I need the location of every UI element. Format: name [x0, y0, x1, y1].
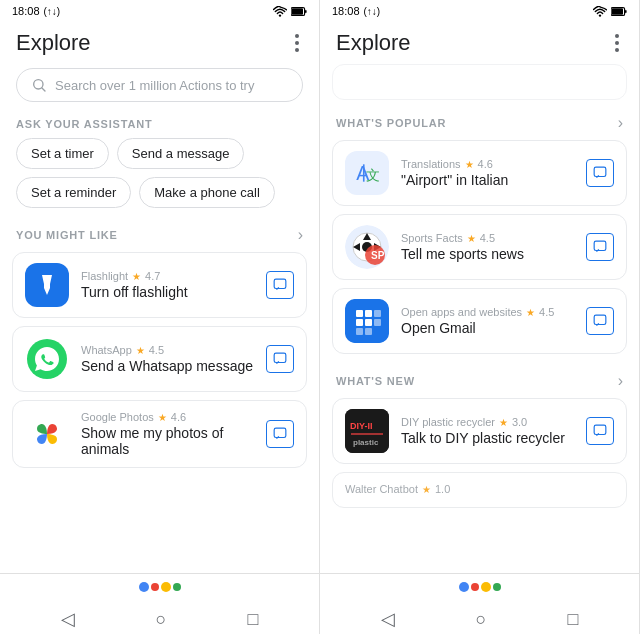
svg-rect-3	[305, 9, 307, 12]
translations-icon: A 文	[345, 151, 389, 195]
google-photos-app-name: Google Photos ★ 4.6	[81, 411, 254, 423]
svg-rect-13	[625, 9, 627, 12]
walter-partial-card[interactable]: Walter Chatbot ★ 1.0	[332, 472, 627, 508]
walter-app-name: Walter Chatbot ★ 1.0	[345, 483, 614, 495]
flashlight-chat-icon[interactable]	[266, 271, 294, 299]
whatsapp-content: WhatsApp ★ 4.5 Send a Whatsapp message	[81, 344, 254, 374]
gmail-content: Open apps and websites ★ 4.5 Open Gmail	[401, 306, 574, 336]
back-button-left[interactable]: ◁	[61, 608, 75, 630]
google-photos-content: Google Photos ★ 4.6 Show me my photos of…	[81, 411, 254, 457]
google-dots-left	[139, 582, 181, 592]
time-right: 18:08	[332, 5, 360, 17]
search-icon-left	[31, 77, 47, 93]
recent-button-left[interactable]: □	[248, 609, 259, 630]
svg-rect-25	[356, 310, 363, 317]
right-scroll-area: WHAT'S POPULAR › A 文 Translations ★ 4.6 …	[320, 104, 639, 573]
battery-icon-left	[291, 6, 307, 17]
nav-bar-right: ◁ ○ □	[320, 602, 639, 634]
flashlight-action: Turn off flashlight	[81, 284, 254, 300]
dot-yellow-left	[161, 582, 171, 592]
svg-rect-6	[274, 279, 286, 288]
dot-green-right	[493, 583, 501, 591]
battery-icon-right	[611, 6, 627, 17]
diy-action: Talk to DIY plastic recycler	[401, 430, 574, 446]
google-photos-chat-icon[interactable]	[266, 420, 294, 448]
dot-blue-left	[139, 582, 149, 592]
whatsapp-app-name: WhatsApp ★ 4.5	[81, 344, 254, 356]
status-right-right	[593, 6, 627, 17]
whats-popular-chevron[interactable]: ›	[618, 114, 623, 132]
signal-left: (↑↓)	[44, 6, 61, 17]
search-bar-left[interactable]: Search over 1 million Actions to try	[16, 68, 303, 102]
svg-rect-32	[365, 328, 372, 335]
flashlight-content: Flashlight ★ 4.7 Turn off flashlight	[81, 270, 254, 300]
diy-card[interactable]: DIY-II plastic DIY plastic recycler ★ 3.…	[332, 398, 627, 464]
phone-call-btn[interactable]: Make a phone call	[139, 177, 275, 208]
translations-card[interactable]: A 文 Translations ★ 4.6 "Airport" in Ital…	[332, 140, 627, 206]
walter-content: Walter Chatbot ★ 1.0	[345, 483, 614, 497]
left-panel: 18:08 (↑↓) Explore	[0, 0, 320, 634]
left-scroll-area: ASK YOUR ASSISTANT Set a timer Send a me…	[0, 114, 319, 573]
header-left: Explore	[0, 22, 319, 64]
status-left: 18:08 (↑↓)	[12, 5, 60, 17]
sports-app-name: Sports Facts ★ 4.5	[401, 232, 574, 244]
you-might-like-chevron[interactable]: ›	[298, 226, 303, 244]
whatsapp-icon	[25, 337, 69, 381]
gmail-card[interactable]: Open apps and websites ★ 4.5 Open Gmail	[332, 288, 627, 354]
google-dots-right	[459, 582, 501, 592]
sports-chat-icon[interactable]	[586, 233, 614, 261]
status-right-left	[273, 6, 307, 17]
svg-text:DIY-II: DIY-II	[350, 421, 373, 431]
send-message-btn[interactable]: Send a message	[117, 138, 245, 169]
svg-rect-9	[274, 428, 286, 437]
translations-chat-icon[interactable]	[586, 159, 614, 187]
sports-content: Sports Facts ★ 4.5 Tell me sports news	[401, 232, 574, 262]
dot-blue-right	[459, 582, 469, 592]
ask-section-label: ASK YOUR ASSISTANT	[0, 114, 319, 138]
flashlight-card[interactable]: Flashlight ★ 4.7 Turn off flashlight	[12, 252, 307, 318]
time-left: 18:08	[12, 5, 40, 17]
svg-line-5	[42, 88, 45, 91]
you-might-like-header: YOU MIGHT LIKE ›	[0, 216, 319, 252]
translations-content: Translations ★ 4.6 "Airport" in Italian	[401, 158, 574, 188]
page-title-right: Explore	[336, 30, 411, 56]
svg-rect-28	[356, 319, 363, 326]
whatsapp-card[interactable]: WhatsApp ★ 4.5 Send a Whatsapp message	[12, 326, 307, 392]
google-photos-icon	[25, 412, 69, 456]
header-right: Explore	[320, 22, 639, 64]
menu-button-left[interactable]	[291, 30, 303, 56]
whats-new-chevron[interactable]: ›	[618, 372, 623, 390]
svg-text:plastic: plastic	[353, 438, 379, 447]
whatsapp-action: Send a Whatsapp message	[81, 358, 254, 374]
flashlight-icon	[25, 263, 69, 307]
google-photos-card[interactable]: Google Photos ★ 4.6 Show me my photos of…	[12, 400, 307, 468]
recent-button-right[interactable]: □	[568, 609, 579, 630]
whatsapp-chat-icon[interactable]	[266, 345, 294, 373]
dot-red-right	[471, 583, 479, 591]
wifi-icon-right	[593, 6, 607, 17]
gmail-chat-icon[interactable]	[586, 307, 614, 335]
svg-rect-27	[374, 310, 381, 317]
quick-actions: Set a timer Send a message Set a reminde…	[0, 138, 319, 216]
svg-rect-30	[374, 319, 381, 326]
gmail-icon	[345, 299, 389, 343]
partial-top-card	[332, 64, 627, 100]
home-button-left[interactable]: ○	[156, 609, 167, 630]
whats-popular-header: WHAT'S POPULAR ›	[320, 104, 639, 140]
menu-button-right[interactable]	[611, 30, 623, 56]
wifi-icon-left	[273, 6, 287, 17]
back-button-right[interactable]: ◁	[381, 608, 395, 630]
set-reminder-btn[interactable]: Set a reminder	[16, 177, 131, 208]
svg-rect-31	[356, 328, 363, 335]
home-button-right[interactable]: ○	[476, 609, 487, 630]
set-timer-btn[interactable]: Set a timer	[16, 138, 109, 169]
right-panel: 18:08 (↑↓) Explore WHAT'S P	[320, 0, 640, 634]
sports-card[interactable]: SP Sports Facts ★ 4.5 Tell me sports new…	[332, 214, 627, 280]
you-might-like-label: YOU MIGHT LIKE	[16, 229, 118, 241]
bottom-nav-left	[0, 573, 319, 602]
svg-rect-38	[594, 425, 606, 434]
dot-yellow-right	[481, 582, 491, 592]
page-title-left: Explore	[16, 30, 91, 56]
status-bar-left: 18:08 (↑↓)	[0, 0, 319, 22]
diy-chat-icon[interactable]	[586, 417, 614, 445]
